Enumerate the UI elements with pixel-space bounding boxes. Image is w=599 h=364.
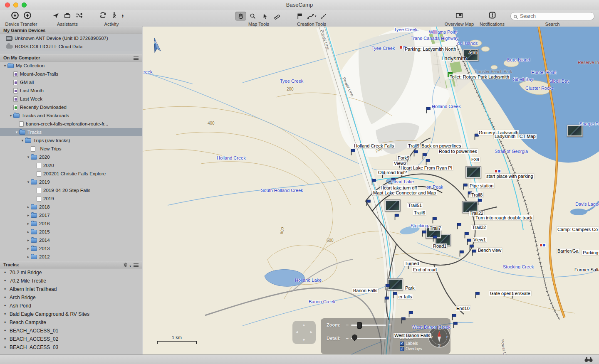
track-item-bald-eagle-campground-rv-sites[interactable]: •Bald Eagle Campground & RV Sites <box>0 310 142 318</box>
track-item-70-2-mile-trestle[interactable]: •70.2 Mile Trestle <box>0 277 142 285</box>
waypoint-label-trail6[interactable]: Trail6 <box>413 210 426 215</box>
measure-tool-button[interactable] <box>271 12 282 21</box>
waypoint-flag-icon[interactable] <box>392 292 398 298</box>
tree-item-tracks[interactable]: ▾Tracks <box>0 128 142 136</box>
search-input[interactable] <box>510 12 594 20</box>
track-item-arch-bridge[interactable]: •Arch Bridge <box>0 293 142 302</box>
track-item-beach-access-01[interactable]: •BEACH_ACCESS_01 <box>0 327 142 335</box>
zoom-out-button[interactable]: − <box>346 323 349 327</box>
waypoint-flag-icon[interactable] <box>432 235 438 242</box>
disclosure-triangle[interactable]: ▾ <box>26 155 31 159</box>
waypoint-flag-icon[interactable] <box>421 230 427 237</box>
waypoint-label-parking-ladysmith-north[interactable]: Parking: Ladysmith North <box>404 47 457 52</box>
waypoint-label-trail51[interactable]: Trail51 <box>407 203 423 208</box>
gear-icon[interactable] <box>123 262 128 270</box>
waypoint-flag-icon[interactable] <box>459 250 464 257</box>
waypoint-label-turned[interactable]: Turned <box>404 261 420 266</box>
waypoint-label-heart-lake-from-ryan-pl[interactable]: Heart Lake From Ryan Pl <box>400 165 453 170</box>
find-binoculars-icon[interactable] <box>584 356 593 364</box>
close-window-button[interactable] <box>5 2 10 7</box>
detail-slider[interactable] <box>351 338 386 339</box>
waypoint-label-view1[interactable]: View1 <box>473 237 487 242</box>
zoom-window-button[interactable] <box>22 2 27 7</box>
waypoint-flag-icon[interactable] <box>451 314 457 320</box>
pan-up-arrow[interactable]: ▲ <box>302 323 306 327</box>
activity-hiker-icon[interactable] <box>111 12 117 21</box>
pan-right-arrow[interactable]: ► <box>309 330 313 334</box>
tree-item-2020[interactable]: 2020 <box>0 161 142 170</box>
photo-thumbnail[interactable] <box>567 125 583 137</box>
waypoint-label-gate-open11[interactable]: Gate open11 <box>489 291 517 296</box>
waypoint-label-trail32[interactable]: Trail32 <box>471 225 487 230</box>
zoom-slider[interactable] <box>351 325 386 326</box>
waypoint-label-mapt-lake-connector-and-map[interactable]: Mapt Lake Connector and Map <box>372 190 437 195</box>
map-canvas[interactable]: ↑ Tyee CreekWilliams PointTrans-Canada H… <box>143 27 599 355</box>
waypoint-label-ladysmith-tct-map[interactable]: Ladysmith TCT Map <box>494 134 537 139</box>
tree-item-2016[interactable]: ▸2016 <box>0 219 142 228</box>
disclosure-triangle[interactable]: ▾ <box>20 138 25 143</box>
pan-left-arrow[interactable]: ◄ <box>295 330 299 334</box>
waypoint-flag-icon[interactable] <box>477 199 483 205</box>
waypoint-label-old-road-trail[interactable]: Old road trail? <box>377 170 408 175</box>
tree-item-2013[interactable]: ▸2013 <box>0 244 142 253</box>
tree-item-2015[interactable]: ▸2015 <box>0 228 142 236</box>
tracks-menu-icon[interactable] <box>134 263 139 267</box>
overlays-checkbox-box[interactable] <box>400 347 404 351</box>
waypoint-label-road1[interactable]: Road1 <box>432 243 447 248</box>
waypoint-label-heart-lake-turn-off[interactable]: Heart lake turn off <box>380 185 418 190</box>
waypoint-flag-icon[interactable] <box>408 311 413 317</box>
hand-tool-button[interactable] <box>235 12 246 21</box>
disclosure-triangle[interactable]: ▸ <box>26 238 31 242</box>
waypoint-flag-icon[interactable] <box>471 249 477 256</box>
detail-more-button[interactable]: + <box>389 336 391 340</box>
waypoint-flag-icon[interactable] <box>366 199 371 206</box>
disclosure-triangle[interactable]: ▾ <box>2 64 7 68</box>
detail-slider-thumb[interactable] <box>351 333 358 341</box>
waypoint-label-start-place-with-parking[interactable]: start place with parking <box>485 174 534 179</box>
trailhead-marker-icon[interactable] <box>540 243 546 247</box>
waypoint-label-bench-view[interactable]: Bench view <box>477 248 502 253</box>
tree-item-2017[interactable]: ▸2017 <box>0 211 142 219</box>
send-to-device-icon[interactable] <box>23 11 32 21</box>
pan-dpad[interactable]: ▲ ▼ ◄ ► <box>292 321 316 344</box>
new-route-tool-button[interactable]: ▾ <box>306 12 317 21</box>
tree-item-trips-raw-tracks[interactable]: ▾Trips (raw tracks) <box>0 136 142 145</box>
gear-caret-icon[interactable]: ▾ <box>129 263 131 270</box>
tree-item-2019[interactable]: 2019 <box>0 194 142 203</box>
labels-checkbox[interactable]: Labels <box>400 341 422 346</box>
notifications-icon[interactable] <box>488 11 496 21</box>
tree-item-2019[interactable]: ▾2019 <box>0 178 142 186</box>
waypoint-label-er-gate[interactable]: er/Gate <box>514 291 531 296</box>
disclosure-triangle[interactable]: ▸ <box>26 255 31 259</box>
device-item-ross-collicutt-cloud-data[interactable]: ROSS.COLLICUTT: Cloud Data <box>0 42 142 51</box>
waypoint-flag-icon[interactable] <box>432 217 437 224</box>
zoom-slider-thumb[interactable] <box>357 322 362 329</box>
track-item-beach-access-02[interactable]: •BEACH_ACCESS_02 <box>0 335 142 343</box>
tree-item-2019-04-20-step-falls[interactable]: 2019-04-20 Step Falls <box>0 186 142 194</box>
disclosure-triangle[interactable]: ▾ <box>26 180 31 184</box>
receive-from-device-icon[interactable] <box>11 11 19 21</box>
waypoint-label-banon-falls[interactable]: Banon Falls <box>352 288 378 293</box>
pan-down-arrow[interactable]: ▼ <box>302 338 306 342</box>
toolbox-icon[interactable] <box>64 12 71 21</box>
disclosure-triangle[interactable]: ▸ <box>26 213 31 217</box>
waypoint-flag-icon[interactable] <box>453 322 458 328</box>
waypoint-label-barrier-ga[interactable]: Barrier/Ga <box>557 248 579 253</box>
waypoint-label-road-to-powerines[interactable]: Road to powerines <box>438 149 478 154</box>
tree-item-my-collection[interactable]: ▾My Collection <box>0 61 142 70</box>
select-tool-button[interactable] <box>259 12 270 21</box>
waypoint-label-f39[interactable]: F39 <box>470 157 480 162</box>
new-track-tool-button[interactable] <box>318 12 329 21</box>
waypoint-flag-icon[interactable] <box>413 150 418 157</box>
waypoint-label-turn-into-rough-double-track[interactable]: Turn into rough double track <box>475 215 533 220</box>
waypoint-flag-icon[interactable] <box>426 107 431 113</box>
sync-icon[interactable] <box>99 11 107 21</box>
track-item-albern-inlet-trailhead[interactable]: •Albern Inlet Trailhead <box>0 285 142 293</box>
waypoint-label-trail9[interactable]: Trail9 <box>407 143 420 148</box>
waypoint-label-toilet-rotary-park-ladysmith[interactable]: Toilet: Rotary Park Ladysmith <box>449 74 510 79</box>
photo-thumbnail[interactable] <box>385 199 401 212</box>
disclosure-triangle[interactable]: ▸ <box>26 246 31 251</box>
waypoint-label-west-banon-falls[interactable]: West Banon Falls <box>394 333 431 338</box>
list-menu-icon[interactable] <box>134 57 139 60</box>
tree-item-banon-creek-falls-exploration-route-fr[interactable]: banon-creek-falls-exploration-route-fr..… <box>0 120 142 128</box>
